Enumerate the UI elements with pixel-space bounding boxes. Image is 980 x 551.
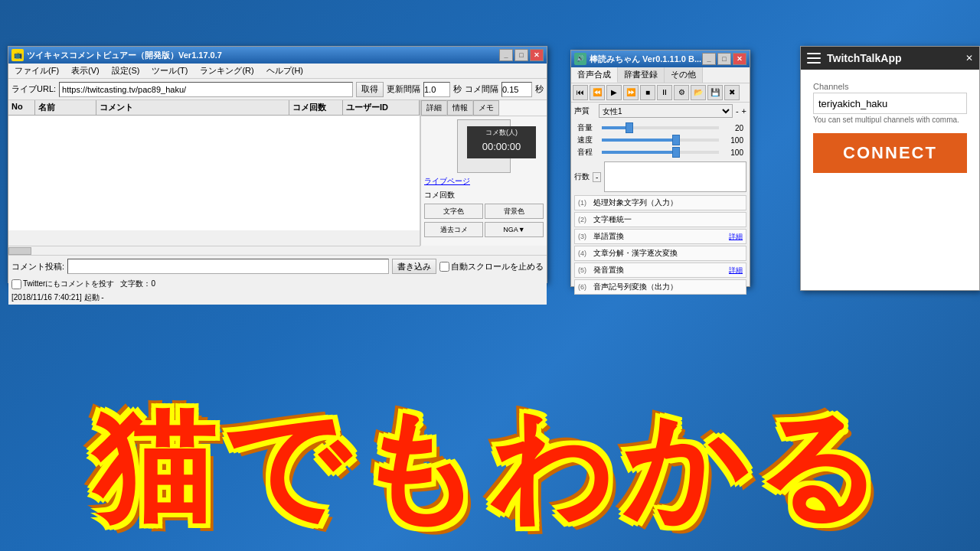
tab-info[interactable]: 情報 bbox=[447, 100, 473, 116]
menu-help[interactable]: ヘルプ(H) bbox=[263, 64, 306, 77]
url-input[interactable] bbox=[59, 82, 353, 97]
proc-num-2: (2) bbox=[578, 216, 593, 223]
horizontal-scrollbar[interactable] bbox=[8, 246, 420, 255]
comment-viewer-icon: 📺 bbox=[11, 49, 24, 61]
processing-steps: (1) 処理対象文字列（入力） (2) 文字種統一 (3) 単語置換 詳細 (4… bbox=[571, 194, 750, 298]
update-interval-label: 更新間隔 bbox=[387, 83, 420, 95]
proc-step-3: (3) 単語置換 詳細 bbox=[574, 229, 746, 244]
auto-scroll-checkbox[interactable] bbox=[439, 262, 449, 272]
update-interval-input[interactable] bbox=[423, 82, 450, 97]
comment-viewer-title-bar: 📺 ツイキャスコメントビュアー（開発版）Ver1.17.0.7 _ □ ✕ bbox=[8, 47, 547, 64]
comment-limit-input[interactable] bbox=[501, 82, 532, 97]
speed-thumb[interactable] bbox=[672, 135, 680, 145]
pitch-fill bbox=[602, 151, 672, 154]
tts-tab-dictionary[interactable]: 辞書登録 bbox=[618, 67, 665, 83]
tts-maximize[interactable]: □ bbox=[717, 53, 731, 65]
proc-num-4: (4) bbox=[578, 249, 593, 257]
tts-pause[interactable]: ⏸ bbox=[657, 85, 672, 100]
tts-rewind[interactable]: ⏪ bbox=[590, 85, 605, 100]
tts-play[interactable]: ▶ bbox=[606, 85, 622, 100]
tab-detail[interactable]: 詳細 bbox=[421, 100, 447, 116]
comment-count-label: コメ回数 bbox=[424, 190, 544, 201]
pitch-label: 音程 bbox=[577, 147, 599, 158]
auto-scroll-checkbox-label[interactable]: 自動スクロールを止める bbox=[439, 261, 544, 272]
proc-num-1: (1) bbox=[578, 199, 593, 207]
tts-title-controls: _ □ ✕ bbox=[702, 53, 746, 65]
twitch-app-name: TwitchTalkApp bbox=[827, 52, 901, 64]
table-header: No 名前 コメント コメ回数 ユーザーID bbox=[8, 100, 420, 116]
speed-track[interactable] bbox=[602, 139, 719, 142]
comment-input-label: コメント投稿: bbox=[11, 261, 64, 272]
nga-button[interactable]: NGA▼ bbox=[485, 222, 544, 237]
live-page-link[interactable]: ライブページ bbox=[424, 176, 544, 187]
proc-link-5[interactable]: 詳細 bbox=[729, 266, 743, 276]
side-tabs: 詳細 情報 メモ bbox=[421, 100, 547, 116]
hamburger-menu-button[interactable] bbox=[807, 53, 821, 64]
channel-hint: You can set multipul channels with comma… bbox=[813, 116, 967, 124]
connect-button[interactable]: CONNECT bbox=[813, 133, 967, 173]
tts-tab-other[interactable]: その他 bbox=[665, 67, 703, 83]
channels-label: Channels bbox=[813, 82, 967, 91]
minimize-button[interactable]: _ bbox=[499, 49, 513, 61]
twitter-checkbox-label[interactable]: Twitterにもコメントを投す bbox=[11, 279, 114, 289]
menu-view[interactable]: 表示(V) bbox=[68, 64, 103, 77]
speed-fill bbox=[602, 139, 672, 142]
tab-memo[interactable]: メモ bbox=[473, 100, 499, 116]
twitch-title-bar: TwitchTalkApp ✕ bbox=[801, 47, 979, 70]
tts-tab-voice-synthesis[interactable]: 音声合成 bbox=[571, 67, 618, 83]
proc-label-2: 文字種統一 bbox=[593, 214, 743, 225]
minus-btn[interactable]: - bbox=[736, 106, 739, 116]
bottom-bar: コメント投稿: 書き込み 自動スクロールを止める Twitterにもコメントを投… bbox=[8, 255, 547, 305]
char-count: 文字数：0 bbox=[120, 279, 155, 289]
menu-tools[interactable]: ツール(T) bbox=[149, 64, 191, 77]
ham-line-2 bbox=[807, 57, 821, 59]
close-button[interactable]: ✕ bbox=[530, 49, 544, 61]
tts-rewind-all[interactable]: ⏮ bbox=[573, 85, 588, 100]
comment-viewer-window: 📺 ツイキャスコメントビュアー（開発版）Ver1.17.0.7 _ □ ✕ ファ… bbox=[8, 46, 547, 283]
scrollbar-thumb[interactable] bbox=[8, 247, 31, 255]
proc-num-6: (6) bbox=[578, 283, 593, 291]
pitch-thumb[interactable] bbox=[672, 147, 680, 158]
tts-open[interactable]: 📂 bbox=[691, 85, 706, 100]
pitch-track[interactable] bbox=[602, 151, 719, 154]
channels-section: Channels You can set multipul channels w… bbox=[813, 82, 967, 124]
proc-step-4: (4) 文章分解・漢字逐次変換 bbox=[574, 246, 746, 261]
volume-fill bbox=[602, 126, 626, 129]
voice-select[interactable]: 女性1 女性2 男性1 bbox=[599, 104, 733, 118]
tts-settings[interactable]: ⚙ bbox=[674, 85, 689, 100]
color-buttons: 文字色 背景色 bbox=[424, 204, 544, 219]
channel-input[interactable] bbox=[813, 93, 967, 114]
menu-ranking[interactable]: ランキング(R) bbox=[197, 64, 256, 77]
fetch-button[interactable]: 取得 bbox=[356, 82, 384, 97]
tts-clear[interactable]: ✖ bbox=[724, 85, 740, 100]
comment-input-row: コメント投稿: 書き込み 自動スクロールを止める bbox=[8, 256, 547, 277]
send-comment-button[interactable]: 書き込み bbox=[392, 259, 436, 274]
volume-thumb[interactable] bbox=[626, 122, 633, 133]
comment-input[interactable] bbox=[67, 259, 389, 274]
proc-link-3[interactable]: 詳細 bbox=[729, 232, 743, 242]
past-comment-button[interactable]: 過去コメ bbox=[424, 222, 483, 237]
menu-file[interactable]: ファイル(F) bbox=[11, 64, 62, 77]
menu-settings[interactable]: 設定(S) bbox=[109, 64, 143, 77]
tts-window: 🔊 棒読みちゃん Ver0.1.11.0 B... _ □ ✕ 音声合成 辞書登… bbox=[570, 50, 750, 287]
tts-save[interactable]: 💾 bbox=[707, 85, 723, 100]
proc-step-1: (1) 処理対象文字列（入力） bbox=[574, 195, 746, 210]
twitter-checkbox[interactable] bbox=[11, 279, 21, 289]
plus-btn[interactable]: + bbox=[742, 106, 746, 116]
col-header-no: No bbox=[8, 100, 35, 115]
tts-minimize[interactable]: _ bbox=[702, 53, 716, 65]
tts-forward[interactable]: ⏩ bbox=[623, 85, 639, 100]
proc-label-4: 文章分解・漢字逐次変換 bbox=[593, 248, 743, 259]
pitch-slider-row: 音程 100 bbox=[574, 146, 746, 158]
row-label: 行数 bbox=[574, 171, 590, 182]
row-minus[interactable]: - bbox=[593, 172, 601, 182]
maximize-button[interactable]: □ bbox=[514, 49, 528, 61]
tts-stop[interactable]: ■ bbox=[640, 85, 655, 100]
volume-track[interactable] bbox=[602, 126, 719, 129]
tts-text-area[interactable] bbox=[604, 161, 746, 192]
bg-color-button[interactable]: 背景色 bbox=[485, 204, 544, 219]
text-color-button[interactable]: 文字色 bbox=[424, 204, 483, 219]
volume-slider-row: 音量 20 bbox=[574, 122, 746, 134]
twitch-close-button[interactable]: ✕ bbox=[965, 53, 973, 64]
tts-close[interactable]: ✕ bbox=[733, 53, 746, 65]
